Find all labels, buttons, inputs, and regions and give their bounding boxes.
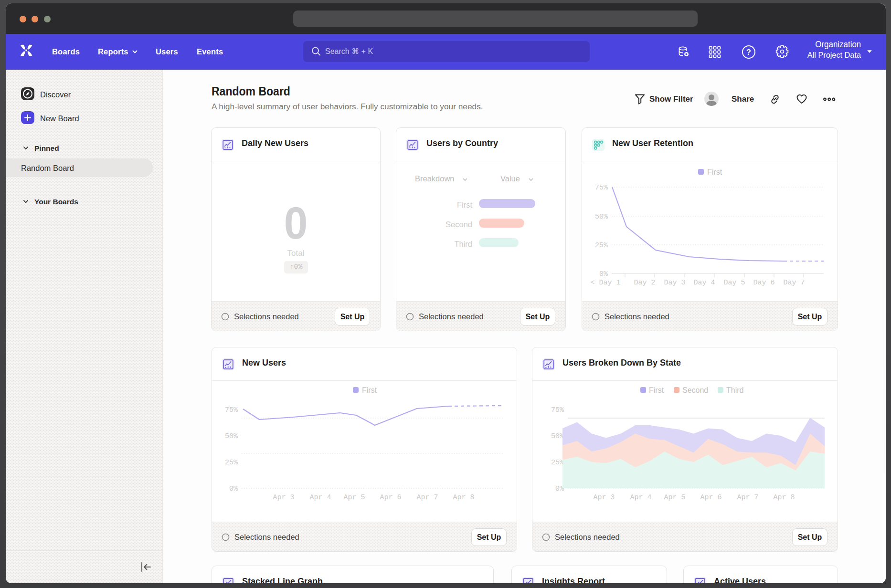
svg-text:75%: 75%: [595, 184, 608, 192]
svg-text:Apr 8: Apr 8: [773, 494, 795, 502]
svg-text:50%: 50%: [225, 432, 238, 441]
svg-text:< Day 1: < Day 1: [590, 279, 620, 287]
svg-text:First: First: [707, 168, 722, 176]
svg-text:Apr 6: Apr 6: [380, 494, 401, 502]
svg-text:Day 6: Day 6: [753, 279, 774, 287]
svg-text:Day 2: Day 2: [634, 279, 655, 287]
svg-text:50%: 50%: [595, 213, 608, 221]
svg-text:First: First: [649, 386, 664, 394]
svg-text:Second: Second: [682, 386, 708, 394]
svg-text:Apr 3: Apr 3: [273, 494, 294, 502]
svg-text:Apr 4: Apr 4: [630, 494, 651, 502]
svg-text:Apr 4: Apr 4: [309, 494, 331, 502]
svg-text:Apr 7: Apr 7: [416, 494, 438, 502]
svg-text:Day 4: Day 4: [693, 279, 715, 287]
svg-text:Apr 6: Apr 6: [700, 494, 721, 502]
svg-text:Apr 8: Apr 8: [453, 494, 474, 502]
svg-text:Day 3: Day 3: [664, 279, 685, 287]
svg-text:25%: 25%: [595, 242, 608, 250]
svg-text:Apr 3: Apr 3: [593, 494, 615, 502]
svg-text:Third: Third: [726, 386, 743, 394]
svg-text:Apr 5: Apr 5: [343, 494, 365, 502]
svg-text:Apr 5: Apr 5: [664, 494, 685, 502]
svg-text:0%: 0%: [599, 270, 608, 278]
svg-text:Apr 7: Apr 7: [737, 494, 758, 502]
svg-text:Day 5: Day 5: [723, 279, 745, 287]
svg-text:75%: 75%: [225, 406, 238, 414]
svg-text:75%: 75%: [551, 406, 564, 414]
svg-text:25%: 25%: [551, 459, 564, 467]
svg-text:25%: 25%: [225, 459, 238, 467]
svg-text:0%: 0%: [229, 485, 238, 493]
svg-text:?: ?: [746, 48, 751, 56]
svg-text:50%: 50%: [551, 432, 564, 441]
svg-text:Day 7: Day 7: [783, 279, 805, 287]
svg-text:First: First: [362, 386, 377, 394]
